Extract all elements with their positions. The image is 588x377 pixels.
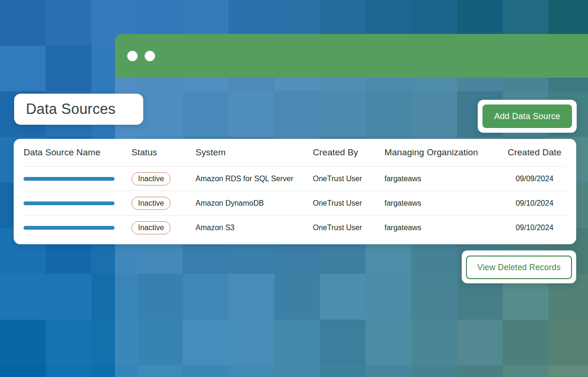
window-control-dot bbox=[127, 51, 138, 61]
redacted-name-bar bbox=[24, 201, 114, 205]
background-tile bbox=[0, 46, 46, 91]
system-cell: Amazon DynamoDB bbox=[196, 199, 313, 208]
status-cell: Inactive bbox=[131, 172, 196, 185]
status-badge-inactive: Inactive bbox=[131, 221, 171, 234]
screenshot-root: Data Sources Add Data Source Data Source… bbox=[0, 0, 588, 377]
column-header-managing-organization: Managing Organization bbox=[384, 147, 503, 158]
page-title: Data Sources bbox=[26, 101, 115, 118]
status-badge-inactive: Inactive bbox=[131, 197, 171, 210]
system-cell: Amazon S3 bbox=[196, 224, 313, 232]
managing-organization-cell: fargateaws bbox=[384, 175, 503, 183]
managing-organization-cell: fargateaws bbox=[384, 224, 503, 232]
data-source-name-cell bbox=[24, 199, 131, 208]
background-tile bbox=[0, 365, 46, 377]
data-sources-table: Data Source Name Status System Created B… bbox=[14, 139, 576, 244]
background-tile bbox=[46, 46, 91, 91]
created-by-cell: OneTrust User bbox=[313, 224, 384, 232]
created-by-cell: OneTrust User bbox=[313, 199, 384, 208]
background-tile bbox=[46, 0, 91, 46]
status-cell: Inactive bbox=[131, 221, 196, 234]
status-badge-inactive: Inactive bbox=[131, 172, 171, 185]
view-deleted-records-button[interactable]: View Deleted Records bbox=[466, 256, 572, 279]
managing-organization-cell: fargateaws bbox=[384, 199, 503, 208]
data-source-name-cell bbox=[24, 175, 131, 183]
background-tile bbox=[46, 320, 91, 365]
background-tile bbox=[0, 0, 46, 46]
page-title-card: Data Sources bbox=[14, 94, 143, 125]
background-tile bbox=[46, 365, 91, 377]
column-header-created-date: Created Date bbox=[503, 147, 566, 158]
data-source-name-cell bbox=[24, 224, 131, 232]
system-cell: Amazon RDS for SQL Server bbox=[196, 175, 313, 183]
table-row[interactable]: Inactive Amazon DynamoDB OneTrust User f… bbox=[24, 191, 566, 215]
table-header-row: Data Source Name Status System Created B… bbox=[24, 139, 566, 167]
window-control-dot bbox=[145, 51, 155, 61]
add-data-source-button[interactable]: Add Data Source bbox=[482, 104, 572, 128]
table-row[interactable]: Inactive Amazon S3 OneTrust User fargate… bbox=[24, 215, 566, 240]
table-row[interactable]: Inactive Amazon RDS for SQL Server OneTr… bbox=[24, 167, 566, 191]
background-tile bbox=[0, 320, 46, 365]
column-header-status: Status bbox=[131, 147, 196, 158]
background-tile bbox=[0, 274, 46, 320]
created-date-cell: 09/10/2024 bbox=[503, 224, 566, 232]
column-header-created-by: Created By bbox=[313, 147, 384, 158]
app-header-bar bbox=[115, 34, 588, 78]
background-tile bbox=[46, 274, 91, 320]
created-date-cell: 09/10/2024 bbox=[503, 199, 566, 208]
created-date-cell: 09/09/2024 bbox=[503, 175, 566, 183]
view-deleted-records-card: View Deleted Records bbox=[462, 250, 576, 283]
redacted-name-bar bbox=[24, 177, 114, 181]
add-data-source-card: Add Data Source bbox=[478, 100, 577, 133]
column-header-system: System bbox=[196, 147, 313, 158]
column-header-data-source-name: Data Source Name bbox=[24, 147, 131, 158]
redacted-name-bar bbox=[24, 226, 114, 230]
status-cell: Inactive bbox=[131, 197, 196, 210]
created-by-cell: OneTrust User bbox=[313, 175, 384, 183]
